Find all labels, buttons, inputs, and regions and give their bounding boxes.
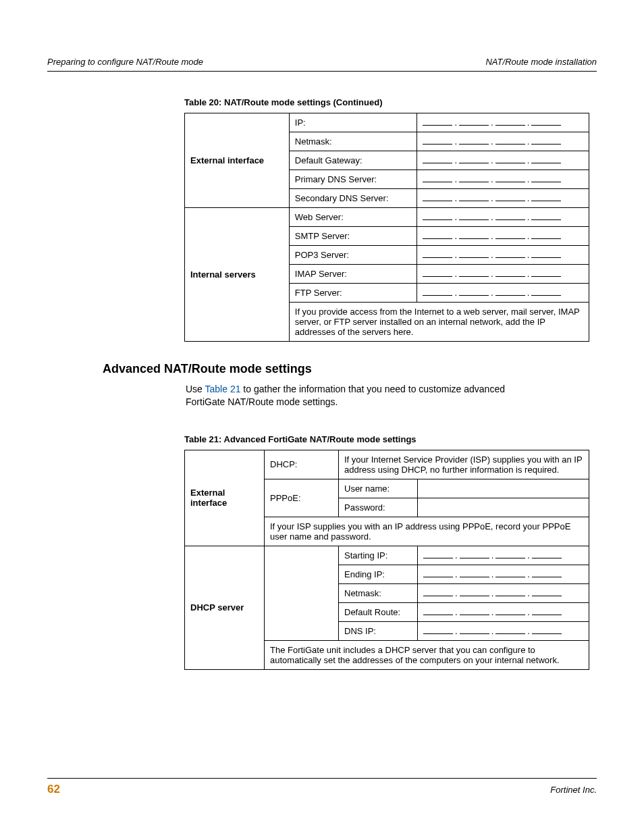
running-head: Preparing to configure NAT/Route mode NA…: [47, 57, 597, 72]
page-footer: 62 Fortinet Inc.: [47, 778, 597, 796]
t21-ds-end-label: Ending IP:: [339, 565, 418, 583]
table20: External interface IP: ... Netmask: ... …: [184, 113, 589, 342]
t20-int-imap-label: IMAP Server:: [289, 265, 417, 284]
t21-ds-empty: [265, 546, 339, 640]
t21-ds-dns-field[interactable]: ...: [418, 621, 589, 640]
t20-ext-gateway-field[interactable]: ...: [417, 151, 589, 170]
t21-pppoe-pass-field[interactable]: [418, 498, 589, 517]
t21-ds-end-field[interactable]: ...: [418, 565, 589, 583]
t21-ds-note: The FortiGate unit includes a DHCP serve…: [265, 640, 589, 669]
t20-int-ftp-field[interactable]: ...: [417, 284, 589, 303]
header-right: NAT/Route mode installation: [485, 57, 597, 67]
t20-int-web-field[interactable]: ...: [417, 208, 589, 227]
page-number: 62: [47, 783, 60, 796]
t21-ds-start-label: Starting IP:: [339, 546, 418, 565]
t21-pppoe-user-label: User name:: [339, 479, 418, 498]
t20-ext-netmask-label: Netmask:: [289, 132, 417, 151]
t21-pppoe-label: PPPoE:: [265, 479, 339, 517]
table21: External interface DHCP: If your Interne…: [184, 450, 589, 670]
t21-ds-start-field[interactable]: ...: [418, 546, 589, 565]
t20-int-smtp-label: SMTP Server:: [289, 227, 417, 246]
t21-dhcp-text: If your Internet Service Provider (ISP) …: [339, 450, 589, 479]
t21-extif-rowhead: External interface: [185, 450, 265, 546]
t20-ext-sdns-field[interactable]: ...: [417, 189, 589, 208]
t20-ext-pdns-label: Primary DNS Server:: [289, 170, 417, 189]
t20-ext-sdns-label: Secondary DNS Server:: [289, 189, 417, 208]
section-body: Use Table 21 to gather the information t…: [186, 383, 545, 409]
table21-caption: Table 21: Advanced FortiGate NAT/Route m…: [184, 434, 597, 444]
t20-ext-ip-field[interactable]: ...: [417, 113, 589, 132]
t20-int-smtp-field[interactable]: ...: [417, 227, 589, 246]
t20-int-note: If you provide access from the Internet …: [289, 303, 589, 342]
t21-dhcp-label: DHCP:: [265, 450, 339, 479]
t20-ext-netmask-field[interactable]: ...: [417, 132, 589, 151]
t21-dhcpserver-rowhead: DHCP server: [185, 546, 265, 669]
t21-ds-netmask-field[interactable]: ...: [418, 583, 589, 602]
t20-ext-rowhead: External interface: [185, 113, 290, 208]
body-pre: Use: [186, 384, 205, 394]
t20-ext-pdns-field[interactable]: ...: [417, 170, 589, 189]
t21-pppoe-user-field[interactable]: [418, 479, 589, 498]
t20-int-web-label: Web Server:: [289, 208, 417, 227]
t21-pppoe-pass-label: Password:: [339, 498, 418, 517]
t20-int-imap-field[interactable]: ...: [417, 265, 589, 284]
t21-ds-netmask-label: Netmask:: [339, 583, 418, 602]
t20-int-ftp-label: FTP Server:: [289, 284, 417, 303]
t20-ext-gateway-label: Default Gateway:: [289, 151, 417, 170]
header-left: Preparing to configure NAT/Route mode: [47, 57, 203, 67]
section-heading: Advanced NAT/Route mode settings: [103, 362, 597, 376]
table20-caption: Table 20: NAT/Route mode settings (Conti…: [184, 97, 597, 107]
t21-ds-route-label: Default Route:: [339, 602, 418, 621]
t21-ds-dns-label: DNS IP:: [339, 621, 418, 640]
table21-xref[interactable]: Table 21: [205, 384, 241, 394]
footer-right: Fortinet Inc.: [550, 785, 597, 795]
t21-pppoe-note: If your ISP supplies you with an IP addr…: [265, 517, 589, 546]
t20-int-pop3-label: POP3 Server:: [289, 246, 417, 265]
t21-ds-route-field[interactable]: ...: [418, 602, 589, 621]
t20-int-rowhead: Internal servers: [185, 208, 290, 342]
t20-int-pop3-field[interactable]: ...: [417, 246, 589, 265]
t20-ext-ip-label: IP:: [289, 113, 417, 132]
